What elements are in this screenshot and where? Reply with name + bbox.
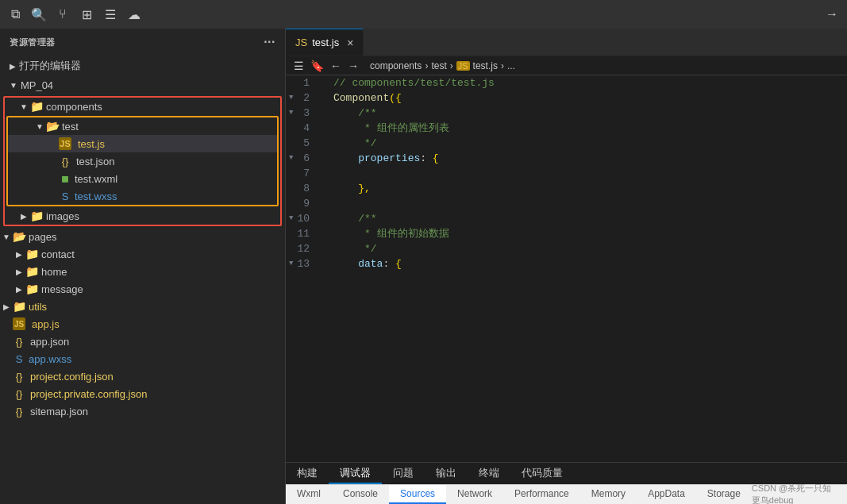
arrow-right-icon[interactable]: → bbox=[825, 7, 839, 21]
app-wxss-label: app.wxss bbox=[29, 353, 71, 365]
tab-output[interactable]: 输出 bbox=[425, 463, 468, 484]
code-line-6: ▼6 properties: { bbox=[286, 151, 847, 166]
tab-debugger[interactable]: 调试器 bbox=[329, 463, 382, 484]
keyword-component: Component bbox=[333, 92, 389, 104]
devtools-tab-storage[interactable]: Storage bbox=[696, 485, 752, 504]
js-icon-test: JS bbox=[59, 137, 71, 150]
hamburger-icon[interactable]: ☰ bbox=[294, 60, 304, 72]
tab-close-button[interactable]: × bbox=[347, 37, 353, 49]
tree-item-utils[interactable]: 📁 utils bbox=[0, 298, 285, 315]
breadcrumb-js-icon: JS bbox=[456, 61, 470, 71]
breadcrumb: ☰ 🔖 ← → components › test › JS test.js ›… bbox=[286, 56, 847, 75]
tab-build[interactable]: 构建 bbox=[286, 463, 329, 484]
paren-open: ( bbox=[389, 92, 395, 104]
code-line-7: 7 bbox=[286, 166, 847, 181]
comment-5: */ bbox=[358, 137, 376, 149]
tree-item-project-private[interactable]: {} project.private.config.json bbox=[0, 385, 285, 402]
forward-icon[interactable]: → bbox=[348, 60, 359, 72]
folder-icon-contact: 📁 bbox=[25, 248, 38, 260]
json-icon-sitemap: {} bbox=[13, 405, 25, 417]
devtools-tab-network[interactable]: Network bbox=[446, 485, 503, 504]
tab-problems[interactable]: 问题 bbox=[382, 463, 425, 484]
code-content-13: data: { bbox=[325, 256, 847, 271]
back-icon[interactable]: ← bbox=[330, 60, 341, 72]
message-label: message bbox=[41, 283, 83, 295]
line-num-8: 8 bbox=[286, 181, 325, 196]
tree-item-contact[interactable]: 📁 contact bbox=[0, 245, 285, 263]
pages-label: pages bbox=[29, 231, 56, 243]
devtools-tab-performance[interactable]: Performance bbox=[503, 485, 580, 504]
bottom-panel: 构建 调试器 问题 输出 终端 代码质量 bbox=[286, 462, 847, 484]
tree-item-app-wxss[interactable]: S app.wxss bbox=[0, 350, 285, 367]
tree-item-message[interactable]: 📁 message bbox=[0, 280, 285, 298]
sidebar-options-button[interactable]: ··· bbox=[264, 35, 275, 49]
tree-item-test-wxss[interactable]: S test.wxss bbox=[8, 187, 277, 205]
bookmark-icon[interactable]: 🔖 bbox=[310, 60, 324, 72]
devtools-tab-sources[interactable]: Sources bbox=[389, 485, 446, 504]
comment-11: * 组件的初始数据 bbox=[358, 228, 449, 240]
tree-item-project-config[interactable]: {} project.config.json bbox=[0, 367, 285, 385]
red-highlight-zone: 📁 components 📂 test bbox=[3, 96, 282, 226]
tree-item-test-js[interactable]: JS test.js bbox=[8, 135, 277, 152]
leaf-spacer bbox=[0, 352, 13, 365]
comment-4: * 组件的属性列表 bbox=[358, 122, 449, 134]
leaf-spacer bbox=[0, 387, 13, 400]
json-icon-project-config: {} bbox=[13, 370, 25, 383]
tree-item-app-js[interactable]: JS app.js bbox=[0, 315, 285, 333]
files-icon[interactable]: ☰ bbox=[103, 7, 117, 21]
prop-data: data bbox=[358, 258, 383, 270]
tab-terminal[interactable]: 终端 bbox=[468, 463, 510, 484]
tree-item-app-json[interactable]: {} app.json bbox=[0, 333, 285, 350]
line-num-13: ▼13 bbox=[286, 256, 325, 271]
breadcrumb-icons: ☰ 🔖 ← → bbox=[294, 60, 359, 72]
line-num-5: 5 bbox=[286, 136, 325, 151]
tree-item-test[interactable]: 📂 test bbox=[8, 117, 277, 135]
tree-item-components[interactable]: 📁 components bbox=[5, 98, 280, 115]
line-arrow-2: ▼ bbox=[289, 90, 293, 106]
tab-test-js[interactable]: JS test.js × bbox=[286, 29, 364, 56]
code-content-2: Component({ bbox=[325, 90, 847, 106]
sidebar-title: 资源管理器 bbox=[10, 37, 56, 48]
open-editors-section[interactable]: ▶ 打开的编辑器 bbox=[0, 56, 285, 76]
breadcrumb-sep-2: › bbox=[450, 60, 453, 71]
copy-icon[interactable]: ⧉ bbox=[8, 7, 22, 21]
yellow-highlight-zone: 📂 test JS test.js bbox=[6, 116, 279, 206]
line-arrow-6: ▼ bbox=[289, 151, 293, 166]
project-config-label: project.config.json bbox=[30, 371, 114, 383]
leaf-spacer bbox=[46, 155, 59, 167]
source-control-icon[interactable]: ⑂ bbox=[56, 7, 70, 21]
code-editor[interactable]: 1 // components/test/test.js ▼2 Componen… bbox=[286, 75, 847, 462]
code-content-6: properties: { bbox=[325, 151, 847, 166]
search-icon[interactable]: 🔍 bbox=[32, 7, 46, 21]
breadcrumb-ellipsis: ... bbox=[507, 60, 515, 71]
images-label: images bbox=[46, 210, 79, 222]
sitemap-label: sitemap.json bbox=[30, 406, 88, 417]
devtools-tab-wxml[interactable]: Wxml bbox=[286, 485, 332, 504]
tree-item-home[interactable]: 📁 home bbox=[0, 263, 285, 280]
tree-item-test-json[interactable]: {} test.json bbox=[8, 152, 277, 170]
cloud-icon[interactable]: ☁ bbox=[127, 7, 141, 21]
devtools-watermark: CSDN @杀死一只知更鸟debug bbox=[752, 483, 847, 504]
devtools-tab-appdata[interactable]: AppData bbox=[637, 485, 696, 504]
tab-code-quality[interactable]: 代码质量 bbox=[510, 463, 574, 484]
tree-item-sitemap[interactable]: {} sitemap.json bbox=[0, 402, 285, 420]
open-editors-arrow: ▶ bbox=[10, 62, 16, 71]
project-section[interactable]: ▼ MP_04 bbox=[0, 76, 285, 94]
tree-item-images[interactable]: 📁 images bbox=[5, 207, 280, 225]
colon-1: : bbox=[420, 152, 433, 164]
tree-item-test-wxml[interactable]: ◼ test.wxml bbox=[8, 170, 277, 187]
wxss-icon-test: S bbox=[59, 190, 71, 202]
breadcrumb-file: test.js bbox=[473, 60, 498, 71]
brace-close-1: }, bbox=[358, 183, 371, 194]
project-label: MP_04 bbox=[21, 79, 53, 91]
contact-label: contact bbox=[41, 248, 75, 260]
code-line-3: ▼3 /** bbox=[286, 106, 847, 121]
tree-item-pages[interactable]: 📂 pages bbox=[0, 228, 285, 245]
code-line-2: ▼2 Component({ bbox=[286, 90, 847, 106]
code-line-9: 9 bbox=[286, 196, 847, 211]
devtools-bar: Wxml Console Sources Network Performance… bbox=[286, 484, 847, 504]
devtools-tab-memory[interactable]: Memory bbox=[580, 485, 637, 504]
breadcrumb-sep-3: › bbox=[501, 60, 504, 71]
devtools-tab-console[interactable]: Console bbox=[332, 485, 389, 504]
extensions-icon[interactable]: ⊞ bbox=[79, 7, 94, 21]
